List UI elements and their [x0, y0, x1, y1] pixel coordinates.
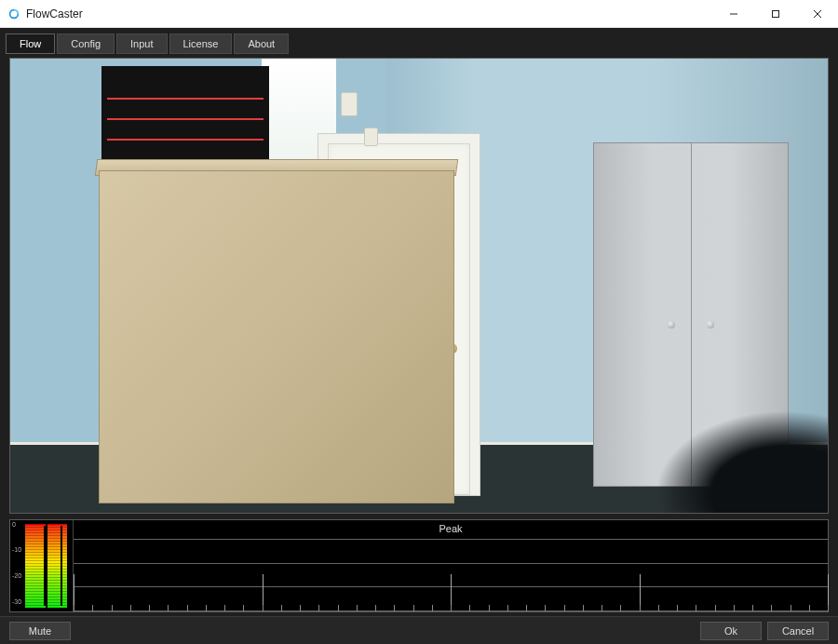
video-preview: [9, 58, 829, 514]
peak-graph: Peak: [74, 520, 828, 611]
vu-channel-left: [25, 524, 46, 608]
close-button[interactable]: [796, 0, 838, 27]
tab-license[interactable]: License: [169, 34, 233, 54]
tab-flow[interactable]: Flow: [6, 34, 55, 54]
app-body: Flow Config Input License About: [0, 28, 838, 644]
tab-input[interactable]: Input: [116, 34, 167, 54]
close-icon: [813, 9, 822, 19]
camera-feed-image: [10, 59, 828, 513]
svg-rect-2: [772, 10, 778, 17]
window-title: FlowCaster: [26, 7, 83, 20]
audio-meter-panel: 0 -10 -20 -30 Peak: [9, 519, 829, 612]
peak-label: Peak: [74, 523, 828, 534]
ok-button[interactable]: Ok: [700, 622, 762, 640]
vu-channel-right: [47, 524, 68, 608]
vu-scale-label: -20: [12, 572, 21, 579]
maximize-button[interactable]: [754, 0, 796, 27]
tab-bar: Flow Config Input License About: [0, 28, 838, 54]
window-controls: [712, 0, 838, 27]
maximize-icon: [771, 9, 780, 19]
vu-meter: 0 -10 -20 -30: [10, 520, 74, 611]
tab-about[interactable]: About: [234, 34, 289, 54]
vu-scale: 0 -10 -20 -30: [10, 520, 25, 611]
vu-scale-label: 0: [12, 521, 16, 528]
bottom-bar: Mute Ok Cancel: [0, 616, 838, 644]
vu-scale-label: -10: [12, 546, 21, 553]
minimize-icon: [729, 9, 738, 19]
cancel-button[interactable]: Cancel: [767, 622, 829, 640]
mute-button[interactable]: Mute: [9, 622, 71, 640]
tab-config[interactable]: Config: [57, 34, 115, 54]
app-icon: [7, 7, 20, 20]
minimize-button[interactable]: [712, 0, 754, 27]
window-titlebar: FlowCaster: [0, 0, 838, 28]
vu-scale-label: -30: [12, 598, 21, 605]
